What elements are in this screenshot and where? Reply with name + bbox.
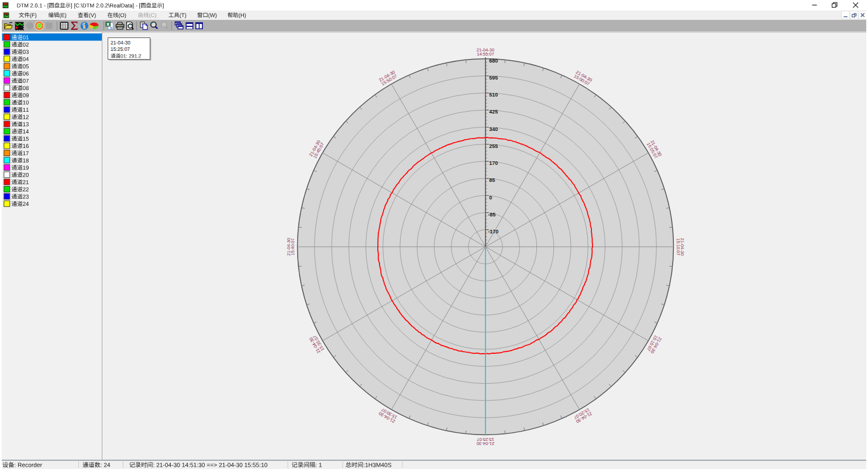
svg-text:-170: -170 [488,229,498,235]
svg-text:85: 85 [489,177,495,183]
svg-text:340: 340 [489,126,498,132]
svg-text:15:10:07: 15:10:07 [676,238,681,256]
svg-text:15:25:07: 15:25:07 [477,437,494,442]
svg-text:170: 170 [489,160,498,166]
svg-text:15:40:07: 15:40:07 [290,238,295,256]
svg-text:510: 510 [489,92,498,98]
svg-text:255: 255 [489,143,498,149]
svg-text:680: 680 [489,58,498,64]
svg-text:14:55:07: 14:55:07 [477,51,494,57]
svg-text:0: 0 [489,195,492,201]
svg-text:595: 595 [489,75,498,81]
svg-text:425: 425 [489,109,498,115]
svg-text:15:25:07: 15:25:07 [111,46,130,52]
svg-text:21-04-30: 21-04-30 [111,40,130,46]
svg-text:-85: -85 [488,212,495,218]
